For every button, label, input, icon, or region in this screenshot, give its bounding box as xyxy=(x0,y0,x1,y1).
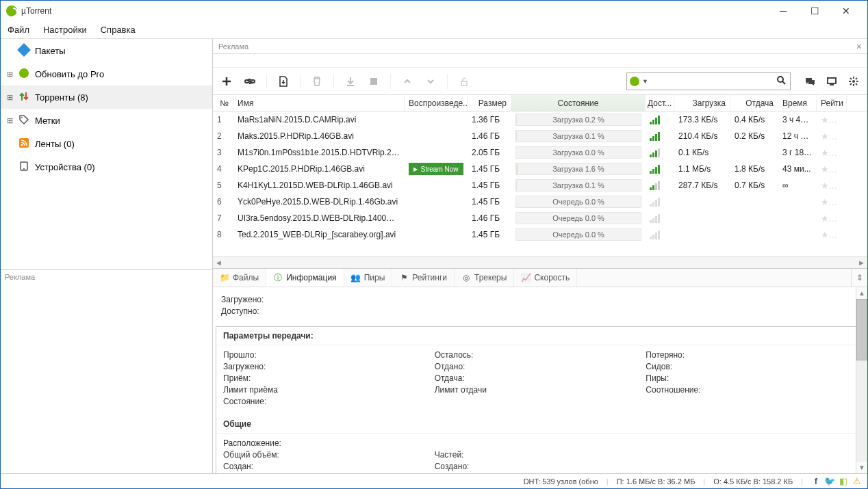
col-avail[interactable]: Дост... xyxy=(646,95,674,111)
scroll-down-icon[interactable]: ▼ xyxy=(856,462,867,473)
tab-trackers[interactable]: ◎Трекеры xyxy=(455,269,514,287)
minimize-button[interactable]: ─ xyxy=(767,1,799,21)
twitter-icon[interactable]: 🐦 xyxy=(825,477,834,486)
add-link-button[interactable] xyxy=(240,72,259,91)
search-box[interactable]: ▼ xyxy=(626,72,791,90)
ad-close-button[interactable]: × xyxy=(856,41,862,52)
search-input[interactable] xyxy=(648,74,772,89)
scroll-right-icon[interactable]: ► xyxy=(856,259,867,267)
col-name[interactable]: Имя xyxy=(233,95,405,111)
cell-name: UI3ra.5endosy.2015.D.WEB-DLRip.1400MB.av… xyxy=(233,213,405,223)
unlock-button[interactable] xyxy=(455,72,474,91)
tab-ratings[interactable]: ⚑Рейтинги xyxy=(392,269,455,287)
table-row[interactable]: 8Ted.2.2015_WEB-DLRip_[scarabey.org].avi… xyxy=(213,226,867,243)
chat-button[interactable] xyxy=(800,72,819,91)
availability-bars-icon xyxy=(650,197,670,207)
detail-wasted: Потеряно: xyxy=(646,350,857,360)
toolbar: ▼ xyxy=(213,68,867,95)
menu-settings[interactable]: Настройки xyxy=(40,23,90,36)
android-icon[interactable]: ◧ xyxy=(839,477,848,486)
col-time[interactable]: Время xyxy=(778,95,817,111)
info-icon: ⓘ xyxy=(273,273,283,282)
create-torrent-button[interactable] xyxy=(274,72,293,91)
table-row[interactable]: 1MaRs1aNiN.2015.D.CAMRip.avi1.36 ГБЗагру… xyxy=(213,111,867,128)
table-row[interactable]: 2Maks.2015.P.HDRip.1.46GB.avi1.46 ГБЗагр… xyxy=(213,128,867,144)
cell-play: Stream Now xyxy=(405,163,468,175)
stop-button[interactable] xyxy=(364,72,383,91)
col-down[interactable]: Загрузка xyxy=(674,95,730,111)
settings-button[interactable] xyxy=(844,72,863,91)
sidebar-ad-label: Реклама xyxy=(5,273,35,281)
table-row[interactable]: 7UI3ra.5endosy.2015.D.WEB-DLRip.1400MB.a… xyxy=(213,210,867,226)
sidebar-item-2[interactable]: ⊞Торренты (8) xyxy=(1,85,212,109)
cell-avail xyxy=(646,213,674,223)
table-row[interactable]: 5K4H1KyL1.2015D.WEB-DLRip.1.46GB.avi1.45… xyxy=(213,177,867,194)
availability-bars-icon xyxy=(650,148,670,157)
detail-ulspeed: Отдача: xyxy=(435,373,646,383)
table-row[interactable]: 6Yck0PeHye.2015.D.WEB-DLRip.1.46Gb.avi1.… xyxy=(213,194,867,210)
col-state[interactable]: Состояние xyxy=(511,95,646,111)
delete-button[interactable] xyxy=(307,72,327,91)
tab-speed[interactable]: 📈Скорость xyxy=(514,269,577,287)
move-up-button[interactable] xyxy=(398,72,417,91)
scrollbar-thumb[interactable] xyxy=(856,299,867,360)
detail-tabs: 📁Файлы ⓘИнформация 👥Пиры ⚑Рейтинги ◎Трек… xyxy=(213,268,867,287)
col-rate[interactable]: Рейти xyxy=(817,95,847,111)
scroll-left-icon[interactable]: ◄ xyxy=(213,259,225,267)
expand-icon[interactable]: ⊞ xyxy=(6,116,13,125)
warning-icon[interactable]: ⚠ xyxy=(852,477,862,486)
add-torrent-button[interactable] xyxy=(217,72,236,91)
tab-peers[interactable]: 👥Пиры xyxy=(344,269,393,287)
search-dropdown-icon[interactable]: ▼ xyxy=(642,78,648,85)
move-down-button[interactable] xyxy=(421,72,440,91)
cell-state: Загрузка 0.2 % xyxy=(511,114,646,126)
menu-file[interactable]: Файл xyxy=(5,23,32,36)
table-row[interactable]: 3M1s7i0n.1mP0ss1b1e.2015.D.HDTVRip.2100.… xyxy=(213,144,867,161)
detail-dllimit: Лимит приёма xyxy=(223,385,435,395)
sidebar-item-5[interactable]: Устройства (0) xyxy=(1,155,212,179)
expand-icon[interactable]: ⊞ xyxy=(6,70,13,79)
cell-time: 12 ч 7 ... xyxy=(778,131,817,141)
toggle-detail-button[interactable]: ⇕ xyxy=(851,269,867,287)
status-dht: DHT: 539 узлов (обно xyxy=(524,477,598,486)
grid-header: № Имя Воспроизведе... Размер Состояние Д… xyxy=(213,95,867,111)
sidebar-item-0[interactable]: Пакеты xyxy=(1,39,212,62)
sidebar-item-3[interactable]: ⊞Метки xyxy=(1,109,212,132)
sidebar-item-1[interactable]: ⊞Обновить до Pro xyxy=(1,62,212,85)
cell-avail xyxy=(646,197,674,207)
table-row[interactable]: 4KPep1C.2015.P.HDRip.1.46GB.aviStream No… xyxy=(213,161,867,177)
target-icon: ◎ xyxy=(461,273,471,282)
detail-ullimit: Лимит отдачи xyxy=(435,385,646,395)
search-icon[interactable] xyxy=(772,75,790,88)
facebook-icon[interactable]: f xyxy=(811,477,821,486)
sidebar-item-4[interactable]: Ленты (0) xyxy=(1,132,212,155)
col-size[interactable]: Размер xyxy=(468,95,511,111)
scroll-up-icon[interactable]: ▲ xyxy=(856,287,867,299)
svg-point-11 xyxy=(852,80,855,83)
detail-createdby: Создано: xyxy=(435,462,646,471)
cell-up: 0.4 КБ/s xyxy=(730,115,778,124)
menubar: Файл Настройки Справка xyxy=(1,21,867,39)
cell-number: 6 xyxy=(213,197,233,207)
cell-number: 7 xyxy=(213,213,233,223)
detail-elapsed: Прошло: xyxy=(223,350,435,360)
menu-help[interactable]: Справка xyxy=(98,23,138,36)
grid-horizontal-scrollbar[interactable]: ◄ ► xyxy=(213,256,867,268)
tab-info[interactable]: ⓘИнформация xyxy=(266,269,344,287)
start-button[interactable] xyxy=(341,72,360,91)
ad-space xyxy=(213,54,867,68)
search-engine-icon xyxy=(630,77,639,86)
sidebar-icon xyxy=(18,44,29,57)
col-number[interactable]: № xyxy=(213,95,233,111)
tab-files[interactable]: 📁Файлы xyxy=(213,269,266,287)
detail-vertical-scrollbar[interactable]: ▲ ▼ xyxy=(856,287,867,473)
maximize-button[interactable]: ☐ xyxy=(799,1,830,21)
col-play[interactable]: Воспроизведе... xyxy=(405,95,468,111)
remote-button[interactable] xyxy=(822,72,841,91)
col-up[interactable]: Отдача xyxy=(730,95,778,111)
cell-number: 5 xyxy=(213,181,233,190)
close-button[interactable]: ✕ xyxy=(830,1,862,21)
svg-rect-10 xyxy=(828,78,836,83)
stream-now-button[interactable]: Stream Now xyxy=(409,163,463,175)
expand-icon[interactable]: ⊞ xyxy=(6,93,13,102)
